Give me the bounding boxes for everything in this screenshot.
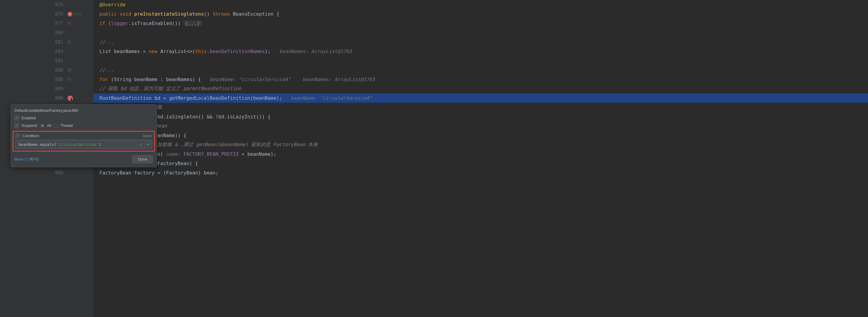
enabled-label: Enabled — [21, 116, 36, 120]
code-line[interactable]: public void preInstantiateSingletons() t… — [93, 9, 868, 19]
fold-icon[interactable]: + — [67, 40, 71, 44]
code-line[interactable]: // 获取 bd 信息，因为可能 定义了 parentBeanDefinitio… — [93, 84, 868, 93]
code-line[interactable]: FactoryBean factory = (FactoryBean) bean… — [93, 168, 868, 177]
fold-icon[interactable]: − — [77, 12, 81, 16]
condition-text[interactable]: beanName.equals("circularServiceA") — [16, 142, 137, 147]
line-number: 886 — [0, 67, 66, 73]
suspend-label: Suspend: — [21, 123, 38, 128]
code-line[interactable]: for (String beanName : beanNames) { bean… — [93, 75, 868, 84]
expand-icon[interactable]: ⤢ — [137, 140, 145, 149]
enabled-checkbox[interactable] — [14, 116, 19, 120]
line-number: 885 — [0, 58, 66, 64]
gutter-row: 888− — [0, 75, 93, 84]
condition-section-highlight: Condition: Java▾ beanName.equals("circul… — [13, 131, 155, 151]
suspend-all-radio[interactable] — [40, 123, 44, 128]
conditional-breakpoint-icon[interactable] — [67, 95, 73, 101]
done-button[interactable]: Done — [132, 155, 153, 163]
language-selector[interactable]: Java▾ — [142, 134, 152, 138]
line-number: 875 — [0, 2, 66, 7]
code-area[interactable]: @Override public void preInstantiateSing… — [93, 0, 868, 317]
code-line[interactable]: if (isFactoryBean(beanName)) { — [93, 131, 868, 140]
code-line[interactable]: List beanNames = new ArrayList<>(this.be… — [93, 47, 868, 56]
line-number: 898 — [0, 170, 66, 176]
popup-footer: More (⇧⌘F8) Done — [14, 155, 153, 163]
gutter-row: 876O↑− — [0, 9, 93, 19]
gutter-row: 877+ — [0, 19, 93, 28]
gutter-row: 898 — [0, 168, 93, 177]
popup-title: DefaultListableBeanFactory.java:890 — [14, 108, 153, 113]
line-number: 877 — [0, 21, 66, 26]
code-line[interactable]: @Override — [93, 0, 868, 9]
gutter-row: 875 — [0, 0, 93, 9]
code-line[interactable] — [93, 56, 868, 65]
code-line[interactable]: // 判断是否为 FactoryBean — [93, 121, 868, 131]
code-line[interactable]: 非抽象，单例，且不是懒加载 — [93, 103, 868, 112]
gutter-row: 890 — [0, 93, 93, 103]
condition-label: Condition: — [22, 134, 40, 138]
suspend-all-label: All — [47, 123, 51, 128]
gutter-row: 880 — [0, 28, 93, 37]
gutter-row: 889 — [0, 84, 93, 93]
line-number: 884 — [0, 49, 66, 54]
code-line[interactable]: //... — [93, 65, 868, 75]
more-link[interactable]: More (⇧⌘F8) — [14, 157, 39, 162]
suspend-checkbox[interactable] — [14, 123, 19, 128]
enabled-row: Enabled — [14, 116, 153, 120]
line-number: 876 — [0, 11, 66, 17]
line-number: 889 — [0, 86, 66, 92]
chevron-down-icon: ▾ — [150, 134, 152, 138]
line-number: 880 — [0, 30, 66, 35]
code-line[interactable]: // FactoryBean 需要添加前缀 & ,通过 getBean(&bea… — [93, 140, 868, 149]
gutter-row: 885 — [0, 56, 93, 65]
code-line[interactable]: if (logger.isTraceEnabled()) {...} — [93, 19, 868, 28]
history-dropdown-icon[interactable]: ▾ — [145, 140, 152, 149]
fold-icon[interactable]: + — [67, 22, 71, 25]
condition-input[interactable]: beanName.equals("circularServiceA") ⤢ ▾ — [16, 140, 152, 149]
line-number: 888 — [0, 77, 66, 82]
code-line[interactable] — [93, 28, 868, 37]
code-line[interactable]: !bd.isAbstract() && bd.isSingleton() && … — [93, 112, 868, 121]
condition-checkbox[interactable] — [16, 134, 20, 138]
code-line[interactable]: Object bean = getBean( name: FACTORY_BEA… — [93, 149, 868, 159]
condition-row: Condition: Java▾ — [16, 134, 152, 138]
breakpoint-popup: DefaultListableBeanFactory.java:890 Enab… — [10, 104, 157, 167]
code-line[interactable]: //... — [93, 37, 868, 47]
suspend-thread-label: Thread — [60, 123, 72, 128]
suspend-thread-radio[interactable] — [54, 123, 58, 128]
suspend-row: Suspend: All Thread — [14, 123, 153, 128]
line-number: 890 — [0, 95, 66, 101]
fold-icon[interactable]: − — [67, 78, 71, 81]
gutter-row: 886+ — [0, 65, 93, 75]
code-line[interactable]: if (bean instanceof FactoryBean) { — [93, 159, 868, 168]
gutter-row: 884 — [0, 47, 93, 56]
implements-up-icon[interactable]: ↑ — [73, 12, 76, 17]
override-icon[interactable]: O — [67, 12, 72, 17]
fold-icon[interactable]: + — [67, 68, 71, 72]
code-line[interactable]: RootBeanDefinition bd = getMergedLocalBe… — [93, 93, 868, 103]
gutter-row: 881+ — [0, 37, 93, 47]
line-number: 881 — [0, 39, 66, 45]
